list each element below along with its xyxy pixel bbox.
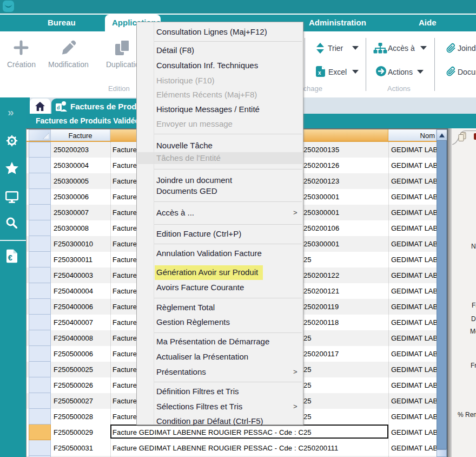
svg-text:x: x xyxy=(318,70,321,76)
svg-text:€: € xyxy=(8,253,12,262)
svg-text:d: d xyxy=(57,105,60,110)
